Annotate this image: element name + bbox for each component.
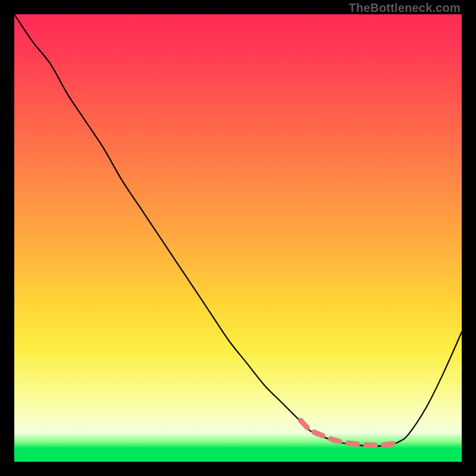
watermark-text: TheBottleneck.com bbox=[349, 1, 461, 15]
chart-frame bbox=[14, 14, 462, 462]
chart-svg bbox=[14, 14, 462, 462]
bottleneck-curve bbox=[14, 14, 462, 446]
optimal-zone-dashes bbox=[300, 421, 399, 445]
